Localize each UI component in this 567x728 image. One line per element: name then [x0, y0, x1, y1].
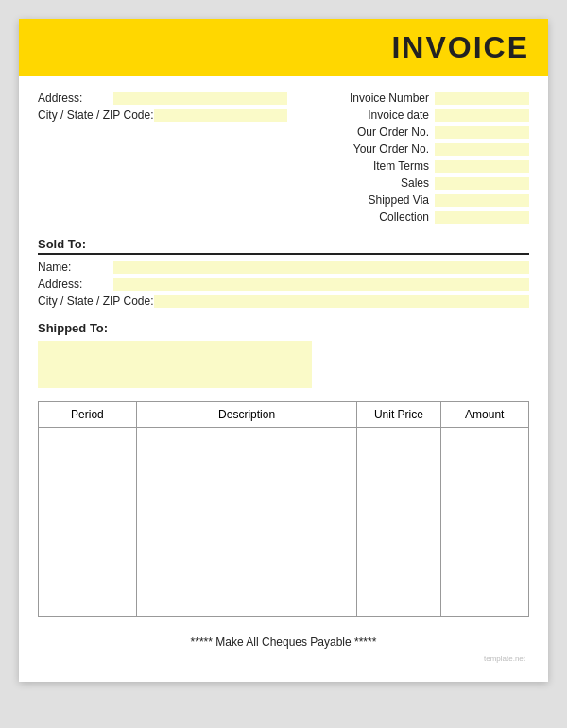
- our-order-input[interactable]: [435, 126, 529, 139]
- invoice-number-input[interactable]: [435, 92, 529, 105]
- table-row: [39, 428, 529, 617]
- sold-to-section: Sold To: Name: Address: City / State / Z…: [38, 237, 529, 312]
- sold-address-label: Address:: [38, 278, 113, 291]
- item-terms-label: Item Terms: [373, 160, 429, 173]
- invoice-date-row: Invoice date: [302, 109, 529, 122]
- address-input[interactable]: [113, 92, 287, 105]
- our-order-label: Our Order No.: [357, 126, 429, 139]
- shipped-via-input[interactable]: [435, 194, 529, 207]
- sold-city-row: City / State / ZIP Code:: [38, 295, 529, 308]
- invoice-number-row: Invoice Number: [302, 92, 529, 105]
- invoice-date-input[interactable]: [435, 109, 529, 122]
- sold-name-input[interactable]: [113, 261, 529, 274]
- sold-city-input[interactable]: [154, 295, 530, 308]
- address-label: Address:: [38, 92, 113, 105]
- table-header-row: Period Description Unit Price Amount: [39, 402, 529, 428]
- city-input[interactable]: [154, 109, 288, 122]
- col-unit-price: Unit Price: [357, 402, 440, 428]
- invoice-title: INVOICE: [391, 30, 529, 64]
- sold-to-label: Sold To:: [38, 237, 529, 255]
- sold-to-left: Name: Address: City / State / ZIP Code:: [38, 261, 529, 312]
- invoice-page: INVOICE Address: City / State / ZIP Code…: [19, 19, 548, 682]
- your-order-label: Your Order No.: [353, 143, 429, 156]
- cell-unit-price[interactable]: [357, 428, 440, 617]
- col-period: Period: [39, 402, 137, 428]
- col-description: Description: [136, 402, 357, 428]
- shipped-to-label: Shipped To:: [38, 321, 529, 335]
- your-order-input[interactable]: [435, 143, 529, 156]
- sales-input[interactable]: [435, 177, 529, 190]
- item-terms-row: Item Terms: [302, 160, 529, 173]
- left-address-col: Address: City / State / ZIP Code:: [38, 92, 287, 228]
- sold-city-label: City / State / ZIP Code:: [38, 295, 154, 308]
- col-amount: Amount: [440, 402, 528, 428]
- city-label: City / State / ZIP Code:: [38, 109, 154, 122]
- shipped-to-box[interactable]: [38, 341, 312, 388]
- invoice-header: INVOICE: [19, 19, 548, 76]
- sales-row: Sales: [302, 177, 529, 190]
- shipped-to-section: Shipped To:: [38, 321, 529, 388]
- sold-name-label: Name:: [38, 261, 113, 274]
- item-terms-input[interactable]: [435, 160, 529, 173]
- sales-label: Sales: [401, 177, 429, 190]
- sold-name-row: Name:: [38, 261, 529, 274]
- right-fields-col: Invoice Number Invoice date Our Order No…: [302, 92, 529, 228]
- top-section: Address: City / State / ZIP Code: Invoic…: [38, 92, 529, 228]
- address-field-row: Address:: [38, 92, 287, 105]
- collection-row: Collection: [302, 211, 529, 224]
- shipped-via-row: Shipped Via: [302, 194, 529, 207]
- invoice-table: Period Description Unit Price Amount: [38, 401, 529, 617]
- collection-input[interactable]: [435, 211, 529, 224]
- cell-period[interactable]: [39, 428, 137, 617]
- your-order-row: Your Order No.: [302, 143, 529, 156]
- sold-address-row: Address:: [38, 278, 529, 291]
- our-order-row: Our Order No.: [302, 126, 529, 139]
- sold-address-input[interactable]: [113, 278, 529, 291]
- footer-text: ***** Make All Cheques Payable *****: [38, 628, 529, 654]
- sold-to-grid: Name: Address: City / State / ZIP Code:: [38, 261, 529, 312]
- cell-description[interactable]: [136, 428, 357, 617]
- invoice-content: Address: City / State / ZIP Code: Invoic…: [19, 76, 548, 682]
- collection-label: Collection: [379, 211, 429, 224]
- invoice-number-label: Invoice Number: [350, 92, 429, 105]
- invoice-date-label: Invoice date: [368, 109, 429, 122]
- cell-amount[interactable]: [440, 428, 528, 617]
- watermark: template.net: [38, 654, 529, 667]
- shipped-via-label: Shipped Via: [369, 194, 430, 207]
- city-field-row: City / State / ZIP Code:: [38, 109, 287, 122]
